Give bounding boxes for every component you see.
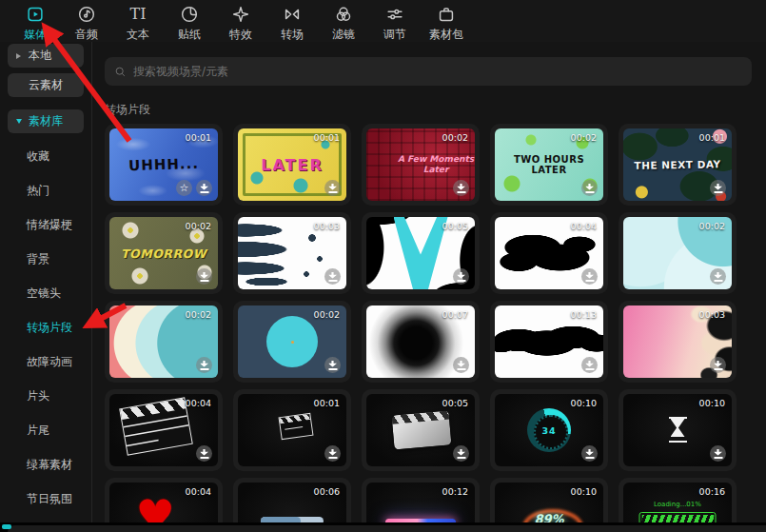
download-icon[interactable] xyxy=(581,445,598,462)
filter-circles-icon xyxy=(333,4,354,25)
download-icon[interactable] xyxy=(196,268,212,285)
sidebar-item-empty-shots[interactable]: 空镜头 xyxy=(0,276,91,310)
asset-card[interactable]: 00:03 xyxy=(233,212,351,294)
asset-card[interactable]: A Few Moments Later00:02 xyxy=(362,124,480,206)
download-icon[interactable] xyxy=(710,268,726,285)
favorite-star-icon[interactable] xyxy=(176,180,192,196)
duration-badge: 00:01 xyxy=(314,132,340,143)
duration-badge: 00:04 xyxy=(186,398,211,408)
toolbar-tab-adjust[interactable]: 调节 xyxy=(369,4,421,43)
sidebar-item-transitions[interactable]: 转场片段 xyxy=(0,310,91,345)
toolbar-tab-sticker[interactable]: 贴纸 xyxy=(164,4,215,43)
download-icon[interactable] xyxy=(710,180,726,196)
download-icon[interactable] xyxy=(453,268,469,285)
asset-card[interactable]: 00:04 xyxy=(105,389,223,471)
toolbar-tab-audio[interactable]: 音频 xyxy=(61,4,112,43)
toolbar-tab-effects[interactable]: 特效 xyxy=(215,4,266,43)
sidebar-item-outro[interactable]: 片尾 xyxy=(0,413,91,447)
asset-thumbnail: 00:03 xyxy=(238,217,346,289)
asset-thumbnail: 00:10 xyxy=(623,394,732,466)
package-icon xyxy=(436,4,457,25)
download-icon[interactable] xyxy=(581,180,598,196)
download-icon[interactable] xyxy=(196,445,212,462)
asset-thumbnail: 00:05 xyxy=(366,217,475,289)
asset-card[interactable]: LATER00:01 xyxy=(233,124,351,206)
toolbar-tab-label: 音频 xyxy=(75,27,98,43)
download-icon[interactable] xyxy=(581,357,598,373)
asset-card[interactable]: 00:04 xyxy=(490,212,608,294)
toolbar-tab-text[interactable]: TI 文本 xyxy=(112,4,164,43)
sidebar-group-label: 素材库 xyxy=(29,113,63,129)
duration-badge: 00:02 xyxy=(442,132,468,143)
top-toolbar: 媒体 音频 TI 文本 贴纸 特效 转场 滤镜 调节 xyxy=(0,0,766,42)
duration-badge: 00:10 xyxy=(571,486,597,497)
duration-badge: 00:01 xyxy=(699,132,725,143)
duration-badge: 00:05 xyxy=(442,398,468,408)
asset-card[interactable]: 00:01 xyxy=(233,389,351,471)
asset-card[interactable]: 00:05 xyxy=(362,212,480,294)
search-input[interactable] xyxy=(133,65,742,78)
toolbar-tab-label: 媒体 xyxy=(24,27,47,43)
asset-card[interactable]: 00:07 xyxy=(362,301,480,383)
asset-card[interactable]: TOMORROW00:02 xyxy=(105,212,223,294)
download-icon[interactable] xyxy=(196,357,212,373)
asset-thumbnail: TWO HOURS LATER00:02 xyxy=(495,128,603,201)
download-icon[interactable] xyxy=(324,180,341,196)
download-icon[interactable] xyxy=(324,268,341,285)
toolbar-tab-filter[interactable]: 滤镜 xyxy=(318,4,369,43)
sidebar-item-background[interactable]: 背景 xyxy=(0,242,91,276)
download-icon[interactable] xyxy=(581,268,598,285)
asset-card[interactable]: 00:02 xyxy=(619,212,737,294)
asset-card[interactable]: THE NEXT DAY00:01 xyxy=(619,124,737,206)
sidebar-group-local[interactable]: 本地 xyxy=(8,44,84,68)
asset-card[interactable]: 3400:10 xyxy=(490,389,608,471)
asset-thumbnail: 00:02 xyxy=(623,217,732,289)
sidebar-item-hot[interactable]: 热门 xyxy=(0,173,91,207)
asset-card[interactable]: 00:02 xyxy=(105,301,223,383)
asset-card[interactable]: 00:02 xyxy=(233,301,351,383)
download-icon[interactable] xyxy=(196,180,212,196)
duration-badge: 00:10 xyxy=(699,398,725,408)
asset-thumbnail: 3400:10 xyxy=(495,394,603,466)
asset-thumbnail: 00:02 xyxy=(238,305,346,378)
asset-card[interactable]: 00:05 xyxy=(362,389,480,471)
sidebar-item-greenscreen[interactable]: 绿幕素材 xyxy=(0,447,91,482)
download-icon[interactable] xyxy=(453,445,469,462)
sidebar-item-festival[interactable]: 节日氛围 xyxy=(0,482,91,516)
sidebar-item-intro[interactable]: 片头 xyxy=(0,379,91,413)
download-icon[interactable] xyxy=(324,445,341,462)
asset-card[interactable]: TWO HOURS LATER00:02 xyxy=(490,124,608,206)
collapse-arrow-icon xyxy=(16,53,21,59)
sidebar-item-memes[interactable]: 情绪爆梗 xyxy=(0,207,91,242)
download-icon[interactable] xyxy=(453,357,469,373)
toolbar-tab-assets[interactable]: 素材包 xyxy=(421,4,472,43)
download-icon[interactable] xyxy=(710,357,726,373)
bottom-panel-edge xyxy=(0,522,766,532)
duration-badge: 00:03 xyxy=(314,221,340,231)
download-icon[interactable] xyxy=(324,357,341,373)
duration-badge: 00:02 xyxy=(699,221,725,231)
asset-card[interactable]: 00:03 xyxy=(619,301,737,383)
sidebar-group-library[interactable]: 素材库 xyxy=(8,109,84,133)
asset-thumbnail: 00:13 xyxy=(495,305,603,378)
asset-thumbnail: A Few Moments Later00:02 xyxy=(366,128,475,201)
sticker-icon xyxy=(179,4,200,25)
toolbar-tab-media[interactable]: 媒体 xyxy=(10,4,61,43)
category-list: 收藏 热门 情绪爆梗 背景 空镜头 转场片段 故障动画 片头 片尾 绿幕素材 节… xyxy=(0,139,91,516)
asset-card[interactable]: 00:13 xyxy=(490,301,608,383)
asset-card[interactable]: UHHH...00:01 xyxy=(105,124,223,206)
sidebar-item-favorites[interactable]: 收藏 xyxy=(0,139,91,173)
duration-badge: 00:06 xyxy=(314,486,340,497)
duration-badge: 00:16 xyxy=(699,486,725,497)
sidebar-group-cloud[interactable]: 云素材 xyxy=(8,73,84,97)
asset-thumbnail: 00:05 xyxy=(366,394,475,466)
asset-card[interactable]: 00:10 xyxy=(619,389,737,471)
download-icon[interactable] xyxy=(453,180,469,196)
toolbar-tab-transition[interactable]: 转场 xyxy=(266,4,318,43)
download-icon[interactable] xyxy=(710,445,726,462)
duration-badge: 00:02 xyxy=(571,132,597,143)
asset-thumbnail: TOMORROW00:02 xyxy=(109,217,218,289)
sidebar-item-glitch[interactable]: 故障动画 xyxy=(0,345,91,379)
asset-thumbnail: UHHH...00:01 xyxy=(109,128,218,201)
duration-badge: 00:10 xyxy=(571,398,597,408)
